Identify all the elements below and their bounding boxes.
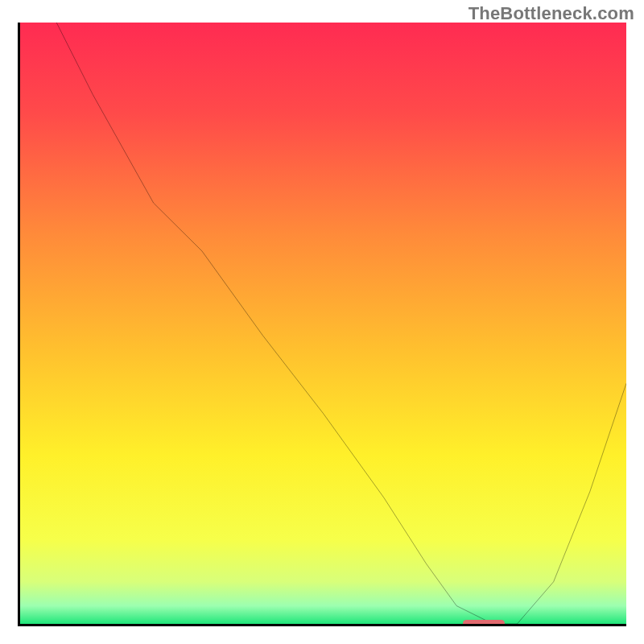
plot-area: [18, 23, 626, 626]
bottleneck-curve: [20, 23, 626, 624]
optimal-range-marker: [463, 620, 506, 626]
chart-root: TheBottleneck.com: [0, 0, 644, 644]
watermark-text: TheBottleneck.com: [469, 3, 634, 24]
